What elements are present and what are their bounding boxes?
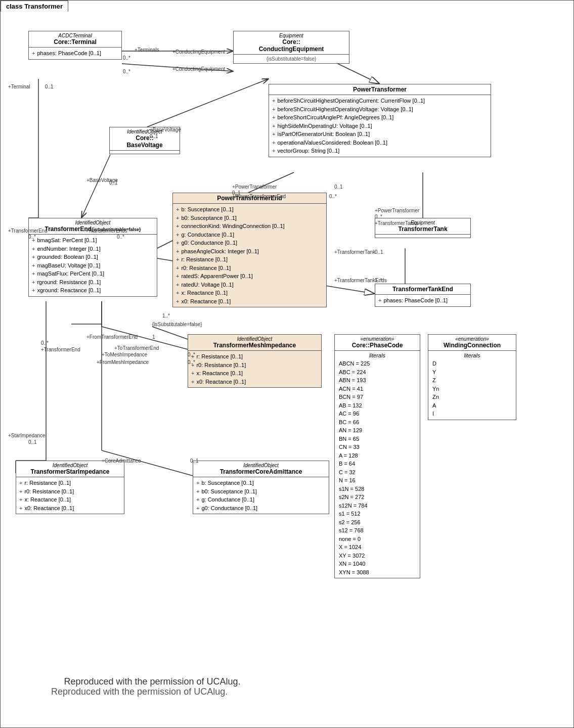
pt-name: PowerTransformer [353, 86, 407, 93]
label-mult-01-si: 0..1 [28, 439, 37, 445]
tte-attr-0: +phases: PhaseCode [0..1] [378, 296, 467, 305]
tsi-attr-1: +r0: Resistance [0..1] [19, 487, 121, 496]
pc-literal-13: C = 32 [339, 468, 416, 477]
label-mult-0star-fmi: 0..* [188, 359, 195, 365]
pc-literal-5: AB = 132 [339, 401, 416, 410]
pc-name: Core::PhaseCode [338, 342, 417, 349]
permission-text: Reproduced with the permission of UCAlug… [26, 676, 279, 687]
label-mult-0star-te: 0..* [28, 234, 36, 240]
core-ce-header: Equipment Core::ConductingEquipment [234, 31, 349, 55]
te-attr-5: +rground: Resistance [0..1] [32, 278, 154, 287]
label-from-mesh-impedance: +FromMeshImpedance [97, 359, 149, 365]
tca-header: IdentifiedObject TransformerCoreAdmittan… [193, 461, 329, 477]
te-body: +bmagSat: PerCent [0..1] +endNumber: Int… [29, 235, 157, 296]
tt-body [375, 235, 470, 238]
pte-attr-10: +x: Reactance [0..1] [176, 289, 323, 297]
pc-literal-14: N = 16 [339, 476, 416, 485]
pt-attr-3: +highSideMinOperatingU: Voltage [0..1] [272, 122, 488, 130]
wc-literal-6: I [432, 410, 512, 418]
pc-literal-19: s2 = 256 [339, 518, 416, 527]
pc-literal-21: none = 0 [339, 535, 416, 543]
wc-literal-4: Zn [432, 393, 512, 401]
wc-literal-2: Z [432, 376, 512, 385]
permission-footer: Reproduced with the permission of UCAlug… [51, 687, 228, 697]
tsi-name: TransformerStarImpedance [30, 468, 109, 475]
wc-literal-1: Y [432, 368, 512, 377]
label-is-substitutable: {isSubstitutable=false} [152, 322, 202, 327]
pt-body: +beforeShCircuitHighestOperatingCurrent:… [269, 95, 491, 157]
winding-connection-enum-box: «enumeration» WindingConnection literals… [428, 334, 516, 420]
transformer-star-impedance-box: IdentifiedObject TransformerStarImpedanc… [16, 461, 124, 514]
label-power-transformer-1: +PowerTransformer [232, 184, 277, 190]
pte-attr-0: +b: Susceptance [0..1] [176, 205, 323, 214]
label-from-transformer-end: +FromTransformerEnd [86, 334, 138, 340]
pte-attr-9: +ratedU: Voltage [0..1] [176, 281, 323, 289]
core-ce-body: {isSubstitutable=false} [234, 55, 349, 63]
wc-literal-5: A [432, 401, 512, 410]
pc-literal-10: CN = 33 [339, 443, 416, 451]
label-mult-01-bv1: 0..1 [150, 133, 158, 139]
label-transformer-tanks: +TransformerTanks [375, 220, 418, 226]
pc-literal-2: ABN = 193 [339, 376, 416, 385]
pte-attr-4: +g0: Conductance [0..1] [176, 239, 323, 247]
transformer-tank-end-box: TransformerTankEnd +phases: PhaseCode [0… [375, 284, 471, 307]
pc-literal-23: XY = 3072 [339, 552, 416, 560]
label-mult-01-bv2: 0..1 [109, 180, 118, 186]
tca-name: TransformerCoreAdmittance [220, 468, 302, 475]
pc-literal-17: s12N = 784 [339, 502, 416, 510]
diagram-container: class Transformer [0, 0, 574, 728]
te-attr-6: +xground: Reactance [0..1] [32, 286, 154, 295]
tsi-attr-2: +x: Reactance [0..1] [19, 495, 121, 504]
wc-stereotype: «enumeration» [431, 336, 513, 342]
pt-header: PowerTransformer [269, 84, 491, 95]
label-transformer-tank: +TransformerTank [334, 249, 375, 255]
pt-attr-2: +beforeShortCircuitAnglePf: AngleDegrees… [272, 113, 488, 122]
te-attr-0: +bmagSat: PerCent [0..1] [32, 236, 154, 245]
pt-attr-0: +beforeShCircuitHighestOperatingCurrent:… [272, 97, 488, 105]
label-mult-0star-te2: 0..* [41, 340, 49, 346]
te-stereotype: IdentifiedObject [32, 220, 154, 225]
label-conducting-equipment-2: +ConductingEquipment [172, 66, 225, 72]
pte-attr-1: +b0: Susceptance [0..1] [176, 214, 323, 222]
pc-literal-25: XYN = 3088 [339, 568, 416, 577]
svg-line-7 [147, 79, 269, 127]
power-transformer-box: PowerTransformer +beforeShCircuitHighest… [269, 84, 491, 157]
tmi-attr-3: +x0: Reactance [0..1] [191, 378, 318, 386]
label-mult-01-pt2: 0..1 [334, 184, 343, 190]
label-to-transformer-end: +ToTransformerEnd [114, 345, 159, 351]
pte-attr-11: +x0: Reactance [0..1] [176, 297, 323, 306]
label-mult-0star-pte: 0..* [329, 194, 337, 199]
pt-attr-4: +isPartOfGeneratorUnit: Boolean [0..1] [272, 130, 488, 139]
tca-stereotype: IdentifiedObject [196, 463, 326, 468]
label-transformer-end: +TransformerEnd [8, 228, 48, 234]
wc-name: WindingConnection [431, 342, 513, 349]
label-to-mesh-impedance: +ToMeshImpedance [102, 352, 147, 357]
tsi-attr-0: +r: Resistance [0..1] [19, 479, 121, 487]
label-conducting-equipment-1: +ConductingEquipment [172, 49, 225, 55]
label-mult-01-terminal: 0..1 [45, 84, 54, 89]
pc-body: literals ABCN = 225 ABC = 224 ABN = 193 … [335, 351, 420, 578]
label-core-admittance: +CoreAdmittance [102, 458, 141, 464]
core-terminal-name: Core::Terminal [54, 38, 96, 46]
pc-literal-20: s12 = 768 [339, 526, 416, 535]
te-attr-1: +endNumber: Integer [0..1] [32, 245, 154, 253]
pc-header: «enumeration» Core::PhaseCode [335, 335, 420, 351]
tmi-attr-2: +x: Reactance [0..1] [191, 369, 318, 378]
tmi-stereotype: IdentifiedObject [191, 336, 318, 342]
core-terminal-attr-0: + phases: PhaseCode [0..1] [32, 49, 118, 58]
core-ce-constraint: {isSubstitutable=false} [267, 56, 317, 62]
core-terminal-stereotype: ACDCTerminal [32, 33, 118, 38]
pc-literals-title: literals [339, 352, 416, 358]
tsi-attr-3: +x0: Reactance [0..1] [19, 504, 121, 513]
label-power-transformer-2: +PowerTransformer [375, 208, 419, 213]
pt-attr-1: +beforeShCircuitHighestOperatingVoltage:… [272, 105, 488, 114]
label-base-voltage-1: +BaseVoltage [150, 127, 181, 132]
power-transformer-end-box: PowerTransformerEnd +b: Susceptance [0..… [172, 193, 327, 307]
pc-stereotype: «enumeration» [338, 336, 417, 342]
label-power-transformer-end: +PowerTransformerEnd [232, 194, 286, 199]
pc-literal-8: AN = 129 [339, 426, 416, 435]
svg-line-9 [248, 172, 294, 193]
phase-code-enum-box: «enumeration» Core::PhaseCode literals A… [334, 334, 420, 578]
label-mult-0star-1: 0..* [123, 55, 130, 61]
pc-literal-18: s1 = 512 [339, 510, 416, 518]
